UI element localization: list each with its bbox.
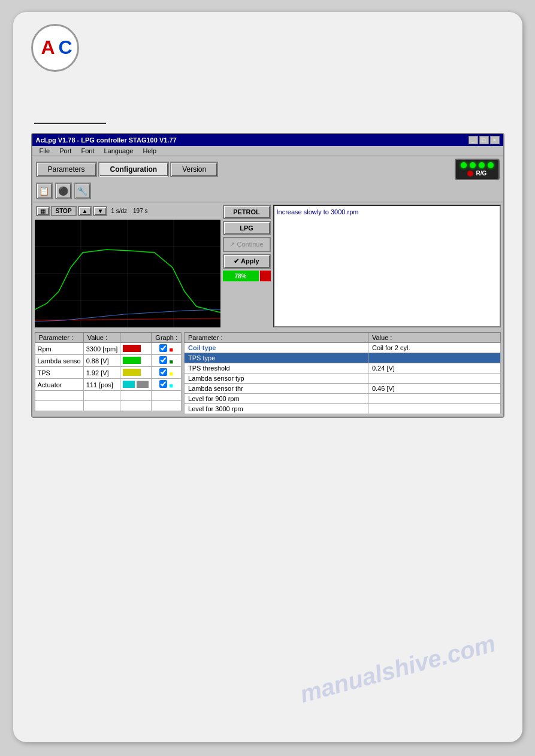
logo-a-letter: A (41, 37, 55, 59)
value-empty1 (83, 391, 120, 401)
apply-check: ✔ (234, 257, 239, 265)
petrol-button[interactable]: PETROL (223, 205, 271, 219)
value-lambda: 0.88 [V] (83, 355, 120, 367)
rparam-lambdatype: Lambda sensor typ (185, 374, 368, 384)
graph-panel (35, 220, 220, 327)
toolbar-btn-1[interactable]: 📋 (36, 183, 53, 199)
tables-row: Parameter : Value : Graph : Rpm 3300 [rp… (32, 330, 503, 417)
close-button[interactable]: × (490, 136, 500, 144)
message-area: Increase slowly to 3000 rpm (273, 205, 501, 327)
apply-button[interactable]: ✔ Apply (223, 254, 271, 269)
swatch-rpm (120, 343, 152, 355)
param-empty2 (35, 401, 83, 411)
logo-circle: A C (31, 24, 79, 72)
table-row[interactable]: Lambda sensor typ (185, 374, 500, 384)
watermark: manualshive.com (297, 630, 498, 708)
led-panel: R/G (455, 159, 500, 180)
down-button[interactable]: ▼ (93, 206, 107, 216)
table-row: TPS 1.92 [V] ■ (35, 367, 182, 379)
param-actuator: Actuator (35, 379, 83, 391)
rparam-tpsthresh: TPS threshold (185, 363, 368, 374)
value-tps: 1.92 [V] (83, 367, 120, 379)
table-row[interactable]: Coil type Coil for 2 cyl. (185, 343, 500, 353)
tab-parameters[interactable]: Parameters (36, 162, 97, 177)
time-interval: 1 s/dz (108, 208, 129, 214)
table-row: Actuator 111 [pos] ■ (35, 379, 182, 391)
param-lambda: Lambda senso (35, 355, 83, 367)
graph-check-lambda[interactable]: ■ (152, 355, 182, 367)
progress-bar: 78% (223, 271, 259, 281)
rparam-lambdathresh: Lambda sensor thr (185, 384, 368, 394)
progress-row: 78% (223, 271, 271, 281)
graph-check-empty2 (152, 401, 182, 411)
grid-button[interactable]: ▦ (36, 206, 50, 216)
main-content: ▦ STOP ▲ ▼ 1 s/dz 197 s (32, 202, 503, 330)
titlebar: AcLpg V1.78 - LPG controller STAG100 V1.… (32, 134, 503, 146)
swatch-tps (120, 367, 152, 379)
table-row (35, 401, 182, 411)
led-1 (461, 162, 467, 168)
page-card: A C manualshive.com AcLpg V1.78 - LPG co… (13, 12, 522, 742)
graph-controls: ▦ STOP ▲ ▼ 1 s/dz 197 s (35, 205, 220, 217)
rvalue-lambdathresh: 0.46 [V] (368, 384, 500, 394)
menu-help[interactable]: Help (138, 147, 161, 155)
right-param-table: Parameter : Value : Coil type Coil for 2… (184, 332, 500, 414)
tab-version[interactable]: Version (170, 162, 218, 177)
rvalue-coil: Coil for 2 cyl. (368, 343, 500, 353)
menu-port[interactable]: Port (55, 147, 76, 155)
message-text: Increase slowly to 3000 rpm (277, 208, 359, 215)
param-rpm: Rpm (35, 343, 83, 355)
col-param: Parameter : (35, 333, 83, 343)
menu-file[interactable]: File (35, 147, 55, 155)
led-2 (470, 162, 476, 168)
toolbar-btn-3[interactable]: 🔧 (74, 183, 91, 199)
menu-language[interactable]: Language (99, 147, 138, 155)
logo-underline (34, 123, 106, 124)
rvalue-tpstype (368, 353, 500, 363)
left-table-wrapper: Parameter : Value : Graph : Rpm 3300 [rp… (35, 332, 182, 414)
graph-svg (35, 220, 220, 327)
col-graph: Graph : (152, 333, 182, 343)
table-row[interactable]: TPS threshold 0.24 [V] (185, 363, 500, 374)
menu-font[interactable]: Font (76, 147, 99, 155)
tab-configuration[interactable]: Configuration (98, 162, 170, 177)
swatch-lambda (120, 355, 152, 367)
left-param-table: Parameter : Value : Graph : Rpm 3300 [rp… (35, 332, 182, 411)
tabs-bar: Parameters Configuration Version R/G (32, 156, 503, 180)
led-red (467, 171, 473, 177)
menubar: File Port Font Language Help (32, 146, 503, 156)
table-row[interactable]: Lambda sensor thr 0.46 [V] (185, 384, 500, 394)
param-tps: TPS (35, 367, 83, 379)
value-rpm: 3300 [rpm] (83, 343, 120, 355)
col-color (120, 333, 152, 343)
apply-label: Apply (241, 257, 259, 265)
minimize-button[interactable]: _ (468, 136, 478, 144)
graph-check-rpm[interactable]: ■ (152, 343, 182, 355)
led-top-row (461, 162, 494, 168)
table-row: Lambda senso 0.88 [V] ■ (35, 355, 182, 367)
value-actuator: 111 [pos] (83, 379, 120, 391)
swatch-empty2 (120, 401, 152, 411)
graph-check-tps[interactable]: ■ (152, 367, 182, 379)
toolbar-row: 📋 ⚫ 🔧 (32, 180, 503, 202)
rparam-level3000: Level for 3000 rpm (185, 404, 368, 414)
progress-red (260, 271, 271, 281)
maximize-button[interactable]: □ (479, 136, 489, 144)
logo-area: A C (31, 24, 504, 124)
rcol-value: Value : (368, 333, 500, 343)
up-button[interactable]: ▲ (78, 206, 92, 216)
table-row[interactable]: Level for 3000 rpm (185, 404, 500, 414)
table-row[interactable]: TPS type (185, 353, 500, 363)
toolbar-btn-2[interactable]: ⚫ (55, 183, 72, 199)
col-value: Value : (83, 333, 120, 343)
swatch-actuator (120, 379, 152, 391)
table-row (35, 391, 182, 401)
graph-check-actuator[interactable]: ■ (152, 379, 182, 391)
param-empty1 (35, 391, 83, 401)
rparam-tpstype: TPS type (185, 353, 368, 363)
rvalue-level900 (368, 394, 500, 404)
lpg-button[interactable]: LPG (223, 221, 271, 235)
stop-button[interactable]: STOP (51, 206, 77, 216)
graph-check-empty1 (152, 391, 182, 401)
table-row[interactable]: Level for 900 rpm (185, 394, 500, 404)
